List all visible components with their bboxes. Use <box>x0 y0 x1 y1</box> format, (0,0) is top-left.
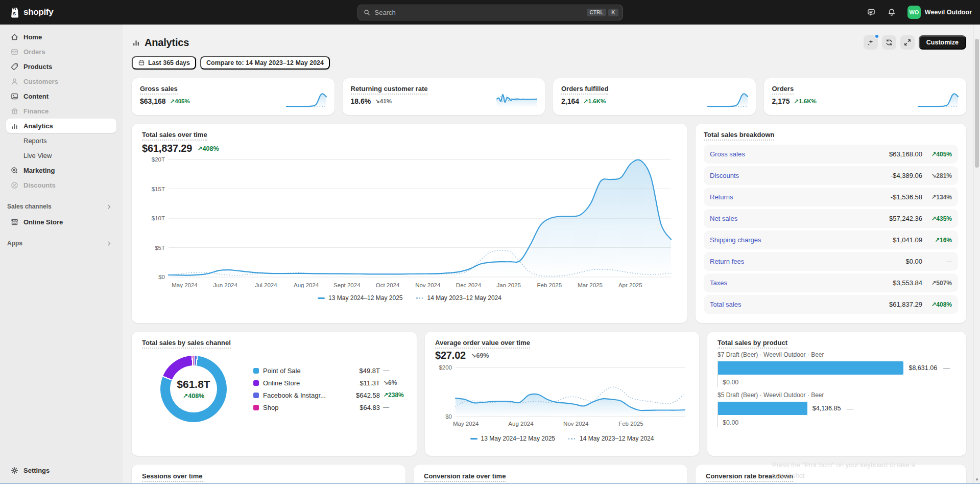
channel-value: $49.8T <box>349 367 380 375</box>
section-label: Sales channels <box>7 203 52 210</box>
sidebar-item-label: Analytics <box>23 122 53 130</box>
sidebar-item[interactable]: Reports <box>6 133 116 148</box>
page-title: Analytics <box>145 37 189 49</box>
channel-label: Shop <box>263 404 349 411</box>
total-sales-breakdown-card: Total sales breakdown Gross sales $63,16… <box>696 124 966 323</box>
date-range-button[interactable]: Last 365 days <box>132 56 196 70</box>
breakdown-label[interactable]: Total sales <box>710 301 889 308</box>
sidebar-item-online-store[interactable]: Online Store <box>6 215 116 229</box>
refresh-button[interactable] <box>882 35 896 50</box>
sidebar-item-label: Content <box>23 93 49 100</box>
breakdown-label[interactable]: Return fees <box>710 258 905 265</box>
channel-legend-item[interactable]: Point of Sale $49.8T — <box>253 367 407 375</box>
sidebar-item[interactable]: Products <box>6 59 116 74</box>
breakdown-row[interactable]: Net sales $57,242.36 ↗435% <box>704 209 958 228</box>
metric-card[interactable]: Orders fulfilled 2,164 ↗1.6K% <box>553 78 756 115</box>
sidebar-item-label: Discounts <box>23 181 56 189</box>
metric-card[interactable]: Returning customer rate 18.6% ↘41% <box>343 78 545 115</box>
metric-value: 18.6% <box>351 97 371 105</box>
total-sales-line-chart[interactable]: $20T$15T$10T$5T$0May 2024Jun 2024Jul 202… <box>142 154 676 290</box>
sidebar-item[interactable]: Analytics <box>6 119 116 133</box>
metric-sparkline <box>707 90 749 110</box>
product-chart-title[interactable]: Total sales by product <box>718 339 787 349</box>
partial-card: Conversion rate over time <box>414 465 687 484</box>
product-label: $5 Draft (Beer) · Weevil Outdoor · Beer <box>718 391 956 399</box>
breakdown-label[interactable]: Taxes <box>710 279 893 287</box>
sales-channel-donut[interactable]: $61.8T ↗408% <box>160 356 227 422</box>
store-name: Weevil Outdoor <box>925 9 972 16</box>
storefront-icon <box>10 218 19 226</box>
breakdown-row[interactable]: Shipping charges $1,041.09 ↗16% <box>704 231 958 249</box>
store-avatar: WO <box>907 6 921 19</box>
sidebar-item[interactable]: Discounts <box>6 178 116 192</box>
partial-card: Conversion rate breakdown <box>696 465 966 484</box>
breakdown-row[interactable]: Returns -$1,536.58 ↗134% <box>704 188 958 206</box>
breakdown-label[interactable]: Returns <box>710 193 891 201</box>
search-input[interactable]: Search CTRL K <box>357 5 623 20</box>
sidebar-item-settings[interactable]: Settings <box>6 463 116 477</box>
svg-text:$15T: $15T <box>152 186 165 192</box>
breakdown-delta: ↗405% <box>927 151 952 158</box>
search-shortcut: CTRL K <box>587 9 618 16</box>
breakdown-label[interactable]: Net sales <box>710 215 889 222</box>
metric-sparkline <box>496 90 538 110</box>
store-account-menu[interactable]: WO Weevil Outdoor <box>907 6 972 19</box>
svg-text:Jul 2024: Jul 2024 <box>255 282 277 288</box>
customize-button[interactable]: Customize <box>919 35 966 50</box>
svg-text:$10T: $10T <box>152 215 165 221</box>
shopify-logo[interactable]: S shopify <box>0 6 53 19</box>
sidebar-section-apps[interactable]: Apps <box>6 237 116 249</box>
sidebar-item[interactable]: Customers <box>6 74 116 88</box>
breakdown-row[interactable]: Return fees $0.00 — <box>704 252 958 271</box>
breakdown-label[interactable]: Shipping charges <box>710 236 893 244</box>
channel-legend-item[interactable]: Online Store $11.3T ↘6% <box>253 379 407 387</box>
sidebar-item[interactable]: Finance <box>6 104 116 118</box>
sidebar-item-label: Finance <box>23 107 49 115</box>
sidebar-item[interactable]: Content <box>6 89 116 103</box>
svg-text:Apr 2025: Apr 2025 <box>618 282 642 288</box>
notifications-bell-icon[interactable] <box>887 8 896 17</box>
breakdown-label[interactable]: Discounts <box>710 172 891 179</box>
sidebar: Home Orders Products Customers Content <box>0 25 123 484</box>
svg-text:$20T: $20T <box>152 156 165 163</box>
sidebar-item[interactable]: Orders <box>6 44 116 59</box>
channel-legend-item[interactable]: Shop $64.83 — <box>253 404 407 411</box>
shopify-bag-icon: S <box>8 6 20 19</box>
breakdown-row[interactable]: Taxes $3,553.84 ↗507% <box>704 273 958 292</box>
channel-legend-item[interactable]: Facebook & Instagr... $642.58 ↗238% <box>253 391 407 399</box>
sidebar-section-sales-channels[interactable]: Sales channels <box>6 200 116 213</box>
metric-card[interactable]: Gross sales $63,168 ↗405% <box>132 78 334 115</box>
scrollbar[interactable]: ▼ <box>973 25 980 484</box>
compare-to-button[interactable]: Compare to: 14 May 2023–12 May 2024 <box>200 56 330 70</box>
product-bar[interactable] <box>718 361 903 375</box>
breakdown-row[interactable]: Total sales $61,837.29 ↗408% <box>704 295 958 314</box>
sales-by-channel-card: Total sales by sales channel $61.8T ↗408… <box>132 332 417 456</box>
sidebar-item-label: Reports <box>23 137 47 145</box>
insights-magic-button[interactable] <box>864 35 878 50</box>
svg-text:Jan 2025: Jan 2025 <box>497 282 521 288</box>
breakdown-label[interactable]: Gross sales <box>710 150 889 158</box>
sidebar-item[interactable]: Live View <box>6 148 116 163</box>
breakdown-row[interactable]: Discounts -$4,389.06 ↘281% <box>704 166 958 185</box>
breakdown-row[interactable]: Gross sales $63,168.00 ↗405% <box>704 145 958 164</box>
legend-swatch <box>253 368 259 374</box>
scrollbar-thumb[interactable] <box>975 39 979 168</box>
chart-title[interactable]: Total sales over time <box>142 131 207 141</box>
metric-title: Returning customer rate <box>351 85 428 95</box>
sidebar-item[interactable]: Home <box>6 30 116 44</box>
total-sales-delta: ↗408% <box>197 145 219 152</box>
metric-card[interactable]: Orders 2,175 ↗1.6K% <box>764 78 967 115</box>
sidekick-icon[interactable] <box>867 8 876 17</box>
product-bar[interactable] <box>718 402 807 415</box>
product-compare-value: $0.00 <box>718 375 956 387</box>
partial-card-title[interactable]: Sessions over time <box>142 472 203 482</box>
aov-line-chart[interactable]: $200$0May 2024Aug 2024Nov 2024Feb 2025 <box>435 363 689 429</box>
partial-card-title[interactable]: Conversion rate over time <box>424 472 506 482</box>
sidebar-item[interactable]: Marketing <box>6 163 116 177</box>
scrollbar-down-arrow[interactable]: ▼ <box>974 477 980 482</box>
aov-chart-title[interactable]: Average order value over time <box>435 339 530 349</box>
channel-chart-title[interactable]: Total sales by sales channel <box>142 339 231 349</box>
partial-card-title[interactable]: Conversion rate breakdown <box>706 472 793 482</box>
breakdown-title[interactable]: Total sales breakdown <box>704 131 774 141</box>
expand-button[interactable] <box>900 35 915 50</box>
